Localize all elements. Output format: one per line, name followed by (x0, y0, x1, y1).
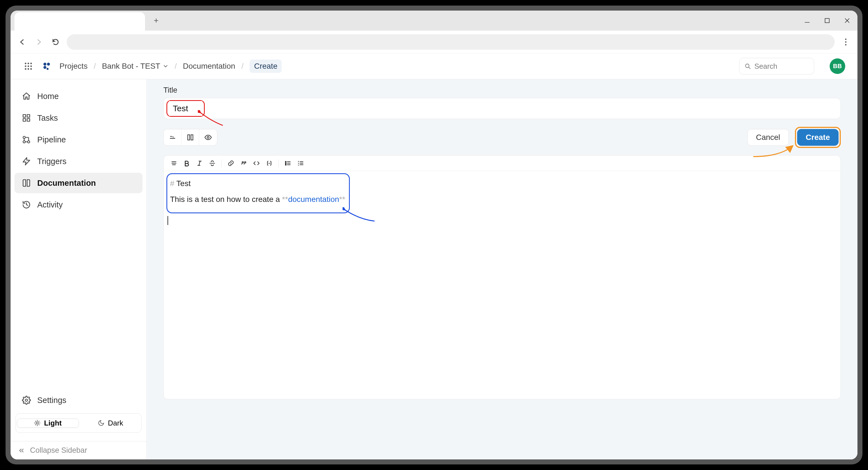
editor-toolbar (164, 155, 840, 171)
sun-icon (34, 420, 40, 426)
breadcrumb-project-name: Bank Bot - TEST (102, 62, 160, 71)
nav-forward-button[interactable] (33, 36, 44, 48)
editor-cursor (167, 216, 168, 225)
mode-split-button[interactable] (181, 129, 199, 145)
nav-back-button[interactable] (17, 36, 28, 48)
svg-point-43 (207, 137, 209, 139)
address-bar[interactable] (67, 34, 835, 50)
breadcrumb-project-dropdown[interactable]: Bank Bot - TEST (102, 62, 169, 71)
md-bold-word: documentation (288, 195, 339, 204)
search-input[interactable]: Search (739, 58, 814, 75)
sidebar-item-label: Home (37, 92, 59, 101)
svg-point-5 (845, 41, 847, 42)
browser-tab-strip: + (10, 10, 858, 31)
app-logo-icon[interactable] (41, 61, 52, 72)
mode-source-button[interactable] (164, 129, 181, 145)
new-tab-button[interactable]: + (150, 14, 162, 27)
create-button[interactable]: Create (797, 129, 839, 146)
toolbar-bold-button[interactable] (181, 157, 192, 169)
title-label: Title (163, 86, 841, 94)
mode-preview-button[interactable] (199, 129, 217, 145)
theme-dark[interactable]: Dark (80, 419, 142, 428)
window-maximize-button[interactable] (823, 17, 831, 25)
app-header: Projects / Bank Bot - TEST / Documentati… (10, 53, 858, 79)
toolbar-bullet-list-button[interactable] (282, 157, 294, 169)
toolbar-ordered-list-button[interactable] (295, 157, 307, 169)
sidebar-item-label: Activity (37, 200, 63, 209)
activity-icon (22, 200, 31, 209)
theme-light-label: Light (44, 419, 62, 428)
triggers-icon (22, 156, 31, 166)
svg-point-13 (25, 68, 26, 70)
svg-line-49 (199, 161, 200, 165)
toolbar-code-button[interactable] (251, 157, 262, 169)
sidebar-item-activity[interactable]: Activity (14, 195, 143, 215)
toolbar-link-button[interactable] (225, 157, 237, 169)
theme-switch[interactable]: Light Dark (16, 413, 142, 433)
breadcrumb-projects[interactable]: Projects (59, 62, 88, 71)
svg-point-6 (845, 44, 847, 45)
title-input-container (163, 98, 841, 119)
svg-point-14 (28, 68, 29, 70)
toolbar-quote-button[interactable] (238, 157, 249, 169)
sidebar-item-documentation[interactable]: Documentation (14, 173, 143, 193)
toolbar-italic-button[interactable] (194, 157, 205, 169)
avatar[interactable]: BB (830, 58, 845, 74)
svg-rect-23 (27, 115, 30, 117)
window-close-button[interactable] (843, 17, 851, 25)
theme-light[interactable]: Light (17, 418, 79, 428)
toolbar-strike-button[interactable] (207, 157, 218, 169)
svg-line-39 (35, 425, 36, 425)
svg-point-12 (30, 65, 32, 67)
markdown-editor: # Test This is a test on how to create a… (163, 155, 841, 399)
svg-point-11 (28, 65, 29, 67)
sidebar-item-triggers[interactable]: Triggers (14, 151, 143, 172)
collapse-sidebar-button[interactable]: Collapse Sidebar (10, 441, 147, 460)
md-bold-open: ** (282, 195, 288, 204)
browser-tab[interactable] (14, 12, 145, 31)
sidebar-item-settings[interactable]: Settings (14, 390, 143, 410)
svg-point-53 (285, 163, 286, 164)
toolbar-heading-button[interactable] (168, 157, 180, 169)
editor-mode-buttons (163, 129, 217, 146)
svg-point-16 (43, 63, 46, 66)
sidebar-item-tasks[interactable]: Tasks (14, 108, 143, 128)
collapse-sidebar-label: Collapse Sidebar (30, 446, 87, 455)
toolbar-codeblock-button[interactable] (264, 157, 275, 169)
svg-point-17 (47, 63, 50, 66)
title-input[interactable] (169, 101, 202, 116)
window-minimize-button[interactable] (803, 17, 811, 25)
breadcrumb-section[interactable]: Documentation (183, 62, 235, 71)
md-body-text: This is a test on how to create a (170, 195, 282, 204)
svg-line-38 (39, 421, 39, 421)
svg-point-10 (25, 65, 26, 67)
sidebar-item-label: Documentation (37, 179, 96, 188)
sidebar-item-pipeline[interactable]: Pipeline (14, 129, 143, 150)
svg-marker-29 (23, 158, 30, 165)
home-icon (22, 91, 31, 101)
svg-rect-22 (23, 115, 26, 117)
svg-point-52 (285, 161, 286, 162)
gear-icon (22, 395, 31, 405)
md-bold-close: ** (339, 195, 345, 204)
svg-rect-25 (27, 119, 30, 121)
chevrons-left-icon (18, 447, 25, 454)
svg-point-18 (43, 66, 46, 69)
apps-grid-icon[interactable] (23, 61, 34, 72)
svg-point-8 (28, 63, 29, 64)
sidebar-item-home[interactable]: Home (14, 86, 143, 107)
svg-point-19 (47, 68, 49, 70)
breadcrumb-separator: / (94, 62, 96, 71)
cancel-button[interactable]: Cancel (747, 129, 789, 146)
pipeline-icon (22, 135, 31, 144)
browser-menu-button[interactable] (840, 38, 851, 46)
editor-body[interactable]: # Test This is a test on how to create a… (164, 171, 840, 399)
svg-rect-1 (825, 18, 829, 23)
editor-line-2: This is a test on how to create a **docu… (170, 194, 346, 205)
svg-rect-24 (23, 119, 26, 121)
svg-rect-41 (188, 135, 189, 140)
sidebar-item-label: Triggers (37, 157, 66, 166)
md-hash: # (170, 179, 175, 188)
svg-point-54 (285, 164, 286, 165)
nav-reload-button[interactable] (50, 36, 61, 48)
